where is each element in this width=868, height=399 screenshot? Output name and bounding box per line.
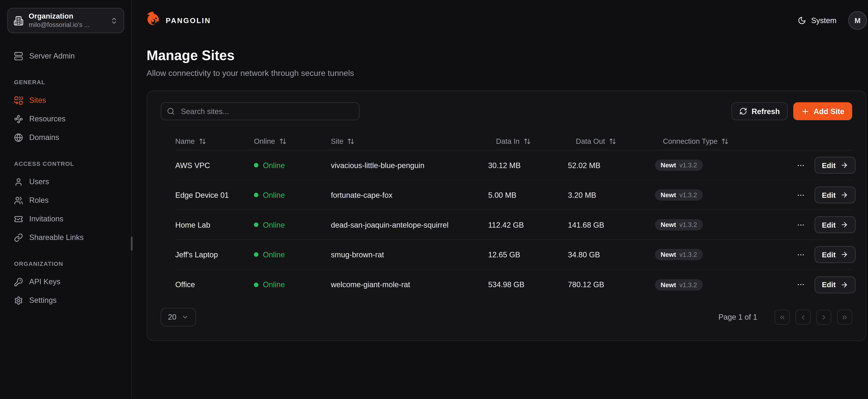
column-header-name[interactable]: Name <box>175 137 254 145</box>
sidebar-item-label: API Keys <box>29 278 60 286</box>
site-name: Edge Device 01 <box>175 191 254 199</box>
search-icon <box>167 107 175 115</box>
gear-icon <box>14 296 23 305</box>
search-input[interactable] <box>180 106 353 116</box>
online-dot-icon <box>254 282 258 287</box>
edit-button[interactable]: Edit <box>814 216 855 233</box>
add-site-button[interactable]: Add Site <box>793 102 852 120</box>
sidebar-item-shareable-links[interactable]: Shareable Links <box>7 228 124 247</box>
next-page-button[interactable] <box>816 310 831 325</box>
edit-button[interactable]: Edit <box>814 246 855 263</box>
sidebar-section-organization: ORGANIZATION <box>14 260 117 267</box>
column-header-site[interactable]: Site <box>331 137 488 145</box>
connection-type-badge: Newt v1.3.2 <box>655 279 703 290</box>
last-page-button[interactable] <box>837 310 852 325</box>
table-header-row: Name Online Site Data In <box>175 132 852 151</box>
page-size-select[interactable]: 20 <box>161 308 196 327</box>
content: Manage Sites Allow connectivity to your … <box>132 40 868 341</box>
row-menu-button[interactable] <box>797 220 805 229</box>
connection-type-cell: Newt v1.3.2 <box>655 189 797 201</box>
edit-button[interactable]: Edit <box>814 186 855 203</box>
sort-icon <box>199 137 206 145</box>
site-name: Home Lab <box>175 220 254 229</box>
data-out-value: 141.68 GB <box>568 220 655 229</box>
connection-type-badge: Newt v1.3.2 <box>655 249 703 260</box>
column-header-online[interactable]: Online <box>254 137 331 145</box>
page-title: Manage Sites <box>147 48 866 64</box>
sidebar-item-label: Sites <box>29 96 46 104</box>
building-icon <box>13 16 24 26</box>
online-dot-icon <box>254 222 258 227</box>
sidebar-item-resources[interactable]: Resources <box>7 110 124 128</box>
sidebar-item-sites[interactable]: Sites <box>7 91 124 110</box>
data-in-value: 12.65 GB <box>488 250 568 259</box>
column-header-data-in[interactable]: Data In <box>488 137 568 145</box>
sidebar-item-settings[interactable]: Settings <box>7 291 124 310</box>
avatar[interactable]: M <box>848 11 867 30</box>
search-box[interactable] <box>161 102 360 120</box>
table-row: AWS VPC Online vivacious-little-blue-pen… <box>175 151 852 180</box>
connection-type-cell: Newt v1.3.2 <box>655 159 797 171</box>
refresh-button[interactable]: Refresh <box>732 102 788 120</box>
site-id: welcome-giant-mole-rat <box>331 280 488 289</box>
sort-icon <box>347 137 355 145</box>
data-out-value: 3.20 MB <box>568 191 655 199</box>
page-subtitle: Allow connectivity to your network throu… <box>147 69 866 78</box>
connection-type-badge: Newt v1.3.2 <box>655 189 703 201</box>
previous-page-button[interactable] <box>796 310 810 325</box>
sidebar-item-label: Users <box>29 178 49 186</box>
arrow-right-icon <box>840 221 848 229</box>
main-area: PANGOLIN System M Manage Sites Allow con… <box>132 0 868 399</box>
row-menu-button[interactable] <box>797 161 805 170</box>
sidebar-scrollbar-thumb[interactable] <box>130 237 132 250</box>
first-page-button[interactable] <box>775 310 790 325</box>
sidebar-section-general: GENERAL <box>14 79 117 85</box>
online-status: Online <box>254 191 331 199</box>
edit-button[interactable]: Edit <box>814 157 855 174</box>
sidebar-item-server-admin[interactable]: Server Admin <box>7 47 124 65</box>
column-header-data-out[interactable]: Data Out <box>568 137 655 145</box>
brand-name: PANGOLIN <box>166 16 211 25</box>
connection-type-badge: Newt v1.3.2 <box>655 159 703 171</box>
arrow-right-icon <box>840 250 848 258</box>
moon-icon <box>798 16 806 25</box>
connection-type-badge: Newt v1.3.2 <box>655 219 703 231</box>
theme-toggle[interactable]: System <box>798 16 836 25</box>
sidebar: Organization milo@fossorial.io's ... Ser… <box>0 0 132 399</box>
site-id: vivacious-little-blue-penguin <box>331 161 488 170</box>
row-menu-button[interactable] <box>797 250 805 259</box>
sidebar-item-users[interactable]: Users <box>7 173 124 191</box>
column-header-connection-type[interactable]: Connection Type <box>655 137 797 145</box>
site-name: AWS VPC <box>175 161 254 170</box>
sidebar-item-api-keys[interactable]: API Keys <box>7 272 124 291</box>
row-menu-button[interactable] <box>797 191 805 199</box>
online-status: Online <box>254 280 331 289</box>
online-status: Online <box>254 220 331 229</box>
sidebar-item-label: Settings <box>29 296 57 305</box>
table-row: Jeff's Laptop Online smug-brown-rat 12.6… <box>175 240 852 270</box>
data-in-value: 5.00 MB <box>488 191 568 199</box>
sidebar-item-domains[interactable]: Domains <box>7 128 124 147</box>
users-icon <box>14 196 23 205</box>
table-toolbar: Refresh Add Site <box>161 102 852 120</box>
org-subtitle: milo@fossorial.io's ... <box>29 21 105 29</box>
ticket-check-icon <box>14 214 23 223</box>
sidebar-item-roles[interactable]: Roles <box>7 191 124 210</box>
row-menu-button[interactable] <box>797 280 805 289</box>
organization-selector[interactable]: Organization milo@fossorial.io's ... <box>7 8 124 33</box>
site-id: dead-san-joaquin-antelope-squirrel <box>331 220 488 229</box>
sidebar-section-access-control: ACCESS CONTROL <box>14 160 117 167</box>
edit-button[interactable]: Edit <box>814 276 855 293</box>
data-out-value: 780.12 GB <box>568 280 655 289</box>
site-name: Office <box>175 280 254 289</box>
arrow-right-icon <box>840 161 848 169</box>
brand-logo[interactable]: PANGOLIN <box>145 10 211 30</box>
sort-icon <box>721 137 729 145</box>
chevrons-up-down-icon <box>110 17 118 24</box>
online-dot-icon <box>254 193 258 197</box>
avatar-initial: M <box>855 16 861 25</box>
connection-type-cell: Newt v1.3.2 <box>655 249 797 260</box>
sidebar-item-invitations[interactable]: Invitations <box>7 210 124 228</box>
sidebar-item-label: Roles <box>29 196 49 205</box>
plus-icon <box>801 107 810 116</box>
